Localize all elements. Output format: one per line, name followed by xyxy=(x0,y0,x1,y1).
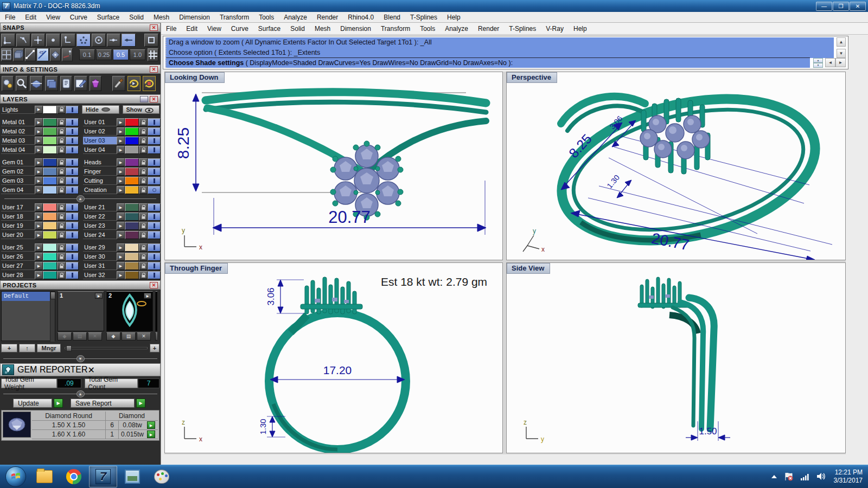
slot-menu-icon[interactable]: ▶ xyxy=(144,293,151,299)
layer-lock-icon[interactable] xyxy=(57,146,66,154)
layers-minimize-icon[interactable] xyxy=(140,96,148,102)
collapse-arrow-icon[interactable]: ▲ xyxy=(76,195,85,202)
layer-row[interactable]: User 21▶ xyxy=(83,203,161,211)
layer-row-selected[interactable]: User 03▶ xyxy=(83,137,161,145)
slot-save-button[interactable]: ▤ xyxy=(73,332,87,341)
layer-name[interactable]: User 30 xyxy=(83,253,117,261)
layer-row[interactable]: User 18▶ xyxy=(1,213,79,221)
snap-circle-center-icon[interactable] xyxy=(92,34,106,47)
inspector-wrench-icon[interactable] xyxy=(16,76,28,91)
settings-gears-icon[interactable] xyxy=(2,76,14,91)
snap-midpoint-icon[interactable] xyxy=(107,34,121,47)
menu-curve[interactable]: Curve xyxy=(65,14,92,21)
layer-lock-icon[interactable] xyxy=(139,177,148,185)
layer-color-swatch[interactable] xyxy=(43,177,57,185)
projects-list-scrollbar[interactable] xyxy=(50,292,55,342)
scroll-up-icon[interactable]: ▲ xyxy=(837,37,846,47)
layer-visibility-button[interactable] xyxy=(66,186,79,194)
layer-color-swatch[interactable] xyxy=(43,158,57,166)
layer-row[interactable]: User 24▶ xyxy=(83,231,161,239)
layer-visibility-button[interactable] xyxy=(148,186,161,194)
layer-color-swatch[interactable] xyxy=(43,137,57,145)
layer-lock-icon[interactable] xyxy=(57,213,66,221)
layer-color-swatch[interactable] xyxy=(125,222,139,230)
layer-expand-icon[interactable]: ▶ xyxy=(35,253,43,261)
layer-color-swatch[interactable] xyxy=(125,158,139,166)
layer-color-swatch[interactable] xyxy=(43,262,57,270)
layer-color-swatch[interactable] xyxy=(125,146,139,154)
tray-clock[interactable]: 12:21 PM 3/31/2017 xyxy=(834,468,863,485)
layer-visibility-button[interactable] xyxy=(66,203,79,211)
layer-expand-icon[interactable]: ▶ xyxy=(117,186,125,194)
layer-name[interactable]: User 22 xyxy=(83,213,117,221)
layer-expand-icon[interactable]: ▶ xyxy=(35,146,43,154)
collapse-arrow-icon[interactable]: ▼ xyxy=(76,355,85,362)
slot-load-button[interactable]: ◆ xyxy=(155,332,157,341)
show-button[interactable]: Show xyxy=(123,105,160,114)
menu-file[interactable]: File xyxy=(0,14,20,21)
grid-0.25-button[interactable]: 0.25 xyxy=(96,49,112,60)
layer-name[interactable]: Gem 01 xyxy=(1,158,35,166)
layer-lock-icon[interactable] xyxy=(139,168,148,176)
slot-load-button[interactable]: ◆ xyxy=(106,332,120,341)
layer-row[interactable]: User 17▶ xyxy=(1,203,79,211)
layer-lock-icon[interactable] xyxy=(139,186,148,194)
layer-color-swatch[interactable] xyxy=(43,213,57,221)
layer-visibility-button[interactable] xyxy=(148,118,161,126)
layer-row[interactable]: Cutting▶ xyxy=(83,177,161,185)
scroll-down-icon[interactable]: ▼ xyxy=(837,49,846,58)
layer-visibility-button[interactable] xyxy=(66,146,79,154)
save-report-go-icon[interactable]: ▶ xyxy=(136,399,145,408)
gem-bag-icon[interactable] xyxy=(90,76,101,91)
layer-visibility-button[interactable] xyxy=(148,168,161,176)
layer-color-swatch[interactable] xyxy=(125,231,139,239)
grid-settings-icon[interactable] xyxy=(148,48,158,61)
snap-center-icon[interactable] xyxy=(76,34,91,47)
menu-edit[interactable]: Edit xyxy=(20,14,41,21)
layer-visibility-button[interactable] xyxy=(66,106,79,114)
layer-lock-icon[interactable] xyxy=(57,271,66,279)
layer-row[interactable]: Gem 02▶ xyxy=(1,168,79,176)
layer-lock-icon[interactable] xyxy=(139,127,148,136)
layer-visibility-button[interactable] xyxy=(66,271,79,279)
layer-visibility-button[interactable] xyxy=(66,222,79,230)
slider-handle[interactable] xyxy=(66,345,72,351)
layer-lock-icon[interactable] xyxy=(57,127,66,136)
menu-surface[interactable]: Surface xyxy=(92,14,124,21)
tray-expand-icon[interactable] xyxy=(771,474,777,479)
rmenu-help[interactable]: Help xyxy=(569,25,592,33)
layer-color-swatch[interactable] xyxy=(125,127,139,136)
command-area[interactable]: Drag a window to zoom ( All Dynamic Exte… xyxy=(163,36,848,69)
layer-expand-icon[interactable]: ▶ xyxy=(117,213,125,221)
layer-name[interactable]: Gem 02 xyxy=(1,168,35,176)
layer-expand-icon[interactable]: ▶ xyxy=(35,213,43,221)
layer-color-swatch[interactable] xyxy=(43,222,57,230)
project-up-button[interactable]: ↑ xyxy=(19,344,35,352)
rmenu-tsplines[interactable]: T-Splines xyxy=(504,25,541,33)
layer-lock-icon[interactable] xyxy=(139,253,148,261)
layer-row[interactable]: Gem 04▶ xyxy=(1,186,79,194)
project-manager-button[interactable]: Mngr xyxy=(37,344,61,352)
projects-list[interactable]: Default xyxy=(1,291,55,341)
layer-color-swatch[interactable] xyxy=(43,146,57,154)
layer-row[interactable]: User 30▶ xyxy=(83,253,161,261)
gem-table-row[interactable]: 1.50 X 1.50 6 0.08tw ▶ xyxy=(32,421,158,430)
layer-lock-icon[interactable] xyxy=(57,231,66,239)
slot-menu-icon[interactable]: ▶ xyxy=(95,293,103,299)
layer-row[interactable]: Gem 03▶ xyxy=(1,177,79,185)
rmenu-transform[interactable]: Transform xyxy=(376,25,415,33)
layer-name[interactable]: Metal 02 xyxy=(1,127,35,136)
snaps-close-icon[interactable]: ✕ xyxy=(150,24,158,31)
layer-name[interactable]: Metal 03 xyxy=(1,137,35,145)
layer-name[interactable]: User 24 xyxy=(83,231,117,239)
layer-visibility-button[interactable] xyxy=(148,177,161,185)
snap-near-icon[interactable] xyxy=(16,34,30,47)
slot-load-button[interactable]: ◆ xyxy=(58,332,72,341)
layer-expand-icon[interactable]: ▶ xyxy=(35,231,43,239)
snap-project-icon[interactable] xyxy=(144,34,158,47)
save-report-button[interactable]: Save Report xyxy=(71,399,135,408)
layer-expand-icon[interactable]: ▶ xyxy=(117,253,125,261)
grid-0.1-button[interactable]: 0.1 xyxy=(79,49,95,60)
layer-expand-icon[interactable]: ▶ xyxy=(35,243,43,252)
hide-button[interactable]: Hide xyxy=(82,105,119,114)
